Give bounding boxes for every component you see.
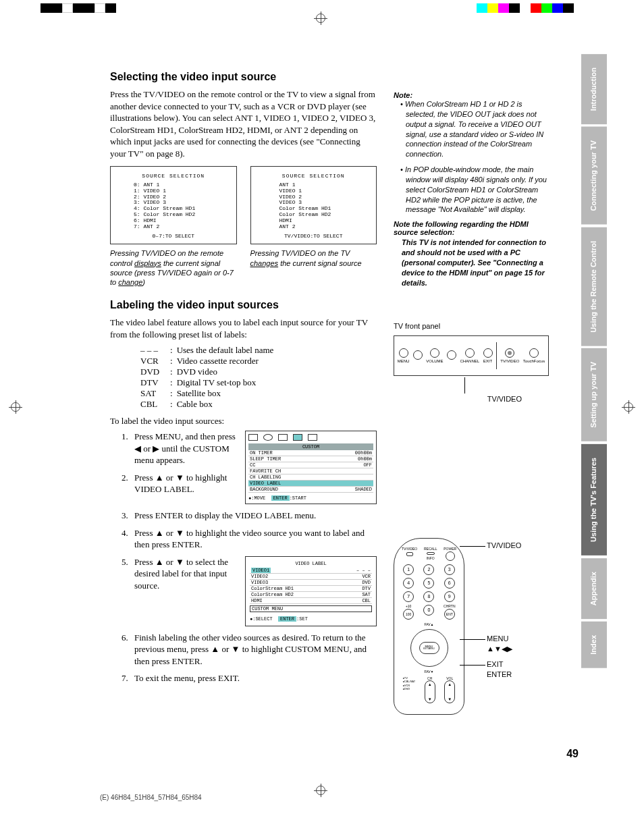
note-1: • When ColorStream HD 1 or HD 2 is selec…: [400, 99, 549, 159]
label-list: – – –: Uses the default label name VCR: …: [140, 345, 377, 410]
remote-control: TV/VIDEO RECALLINFO POWER 123 456 789 +1…: [394, 538, 464, 715]
tab-intro: Introduction: [581, 54, 607, 124]
callout-menu: MENU: [487, 634, 508, 643]
caption-remote: Pressing TV/VIDEO on the remote control …: [110, 248, 237, 287]
tab-setup: Setting up your TV: [581, 348, 607, 441]
step-6: Finish labeling the other video sources …: [130, 632, 377, 668]
tv-panel-label: TV front panel: [394, 322, 549, 330]
note-2: • In POP double-window mode, the main wi…: [400, 165, 549, 215]
page-number: 49: [566, 748, 579, 760]
para-tolabel: To label the video input sources:: [110, 415, 377, 427]
tab-remote: Using the Remote Control: [581, 227, 607, 346]
screen-source-remote: SOURCE SELECTION 0: ANT 11: VIDEO 12: VI…: [110, 166, 237, 244]
step-3: Press ENTER to display the VIDEO LABEL m…: [130, 510, 377, 522]
screen-custom-menu: CUSTOM ON TIMER00h00m SLEEP TIMER0h00m C…: [245, 431, 377, 504]
callout-tvvideo: TV/VIDEO: [487, 541, 521, 549]
caption-tv: Pressing TV/VIDEO on the TV changes the …: [250, 248, 377, 268]
heading-selecting: Selecting the video input source: [110, 71, 377, 83]
panel-callout: TV/VIDEO: [487, 395, 522, 403]
note-hdmi: This TV is not intended for connection t…: [402, 238, 549, 288]
para-labeling: The video label feature allows you to la…: [110, 317, 377, 340]
callout-exit: EXIT: [487, 660, 503, 668]
step-4: Press ▲ or ▼ to highlight the video sour…: [130, 527, 377, 551]
screen-videolabel-menu: VIDEO LABEL VIDEO1– – – VIDEO2VCR VIDEO3…: [245, 556, 377, 626]
footer-models: (E) 46H84_51H84_57H84_65H84: [100, 794, 202, 801]
heading-labeling: Labeling the video input sources: [110, 299, 377, 311]
side-tabs: Introduction Connecting your TV Using th…: [581, 54, 612, 671]
para-selecting: Press the TV/VIDEO on the remote control…: [110, 88, 377, 159]
callout-enter: ENTER: [487, 670, 512, 678]
note-heading: Note:: [394, 91, 549, 99]
step-7: To exit the menu, press EXIT.: [130, 672, 377, 684]
tab-features: Using the TV's Features: [581, 444, 607, 555]
callout-arrows: ▲▼◀▶: [487, 645, 512, 653]
screen-source-tv: SOURCE SELECTION ANT 1VIDEO 1VIDEO 2VIDE…: [250, 166, 377, 244]
tab-connecting: Connecting your TV: [581, 127, 607, 225]
note-hdmi-heading: Note the following regarding the HDMI so…: [394, 220, 549, 236]
tab-appendix: Appendix: [581, 558, 607, 619]
tv-front-panel: MENU VOLUME CHANNEL EXIT TV/VIDEO TouchF…: [394, 335, 549, 376]
tab-index: Index: [581, 622, 607, 668]
